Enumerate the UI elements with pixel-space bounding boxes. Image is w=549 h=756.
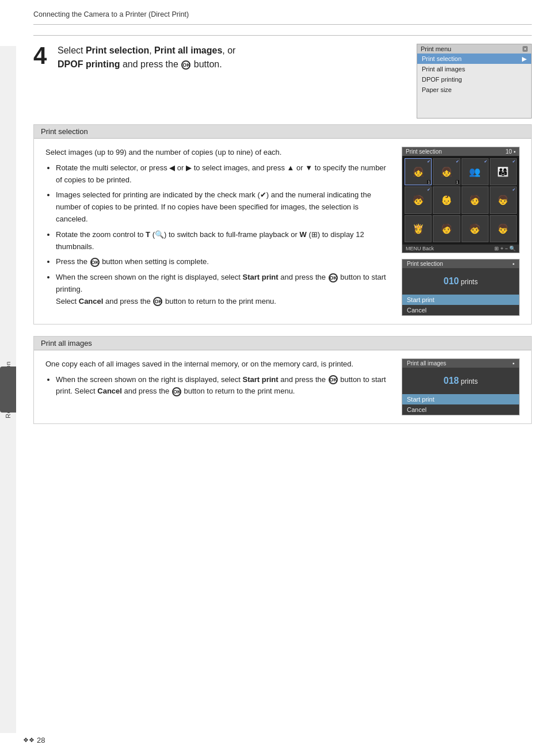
page-footer: ❖❖ 28 (23, 736, 45, 744)
print-selection-title: Print selection (34, 125, 531, 139)
thumb-cell-6: 👶 (433, 186, 460, 213)
step-bold-2: Print all images (154, 45, 222, 55)
breadcrumb: Connecting the Camera to a Printer (Dire… (33, 10, 532, 25)
thumb-bottom-bar: MENU Back ⊞ + − 🔍 (402, 245, 519, 253)
dialog-1-prints: 010 prints (402, 268, 519, 295)
dialog-1-icon: ▪ (512, 261, 514, 267)
dialog-1-cancel[interactable]: Cancel (402, 305, 519, 315)
bullet-5: When the screen shown on the right is di… (56, 272, 390, 307)
dialog-1-count: 010 (444, 276, 459, 286)
dialog-1-start-print[interactable]: Start print (402, 295, 519, 305)
dialog-1-label: prints (459, 278, 478, 286)
ok-btn-complete: OK (90, 258, 100, 267)
thumb-cell-1: 👧 ✔1 (405, 158, 432, 185)
print-selection-screens: Print selection 10 ▪ 👧 ✔1 👧 ✔1 (402, 147, 520, 316)
step-bold-1: Print selection (86, 45, 149, 55)
print-all-title: Print all images (34, 337, 531, 350)
bullet-2: Images selected for printing are indicat… (56, 189, 390, 225)
thumbnail-screen: Print selection 10 ▪ 👧 ✔1 👧 ✔1 (402, 147, 520, 253)
start-print-label-2: Start print (242, 375, 278, 384)
dialog-2-cancel[interactable]: Cancel (402, 404, 519, 415)
thumb-cell-2: 👧 ✔1 (433, 158, 460, 185)
page-icon: ❖❖ (23, 736, 35, 744)
t-label: T (146, 230, 150, 239)
print-selection-dialog: Print selection ▪ 010 prints Start print… (402, 259, 520, 316)
cancel-label-2: Cancel (97, 387, 122, 395)
ok-btn-start: OK (329, 273, 338, 282)
thumb-cell-8: 👦 ✔ (490, 186, 517, 213)
thumb-count: 10 ▪ (506, 148, 516, 155)
print-all-screen: Print all images ▪ 018 prints Start prin… (402, 358, 520, 415)
dialog-2-icon: ▪ (512, 360, 514, 366)
print-all-intro: One copy each of all images saved in the… (45, 358, 390, 371)
bullet-4: Press the OK button when setting is comp… (56, 256, 390, 268)
menu-item-print-selection: Print selection (417, 54, 531, 64)
main-content: Connecting the Camera to a Printer (Dire… (16, 0, 549, 453)
menu-item-paper-size: Paper size (417, 85, 531, 95)
sidebar-tab (0, 366, 16, 413)
dialog-2-count: 018 (444, 376, 459, 385)
print-all-text: One copy each of all images saved in the… (45, 358, 390, 415)
thumb-cell-11: 🧒 (462, 215, 489, 242)
print-menu-title: Print menu (421, 45, 451, 52)
thumb-cell-9: 👸 (405, 215, 432, 242)
thumb-controls: ⊞ + − 🔍 (494, 246, 516, 251)
print-selection-content: Select images (up to 99) and the number … (34, 139, 531, 324)
top-divider (33, 35, 532, 36)
thumb-cell-10: 🧑 (433, 215, 460, 242)
bullet-1: Rotate the multi selector, or press ◀ or… (56, 162, 390, 186)
start-print-label-1: Start print (242, 273, 278, 281)
thumb-cell-3: 👥 ✔ (462, 158, 489, 185)
menu-item-dpof: DPOF printing (417, 74, 531, 85)
print-all-bullets: When the screen shown on the right is di… (56, 374, 390, 398)
thumb-title: Print selection (406, 148, 442, 155)
print-all-bullet-1: When the screen shown on the right is di… (56, 374, 390, 398)
thumb-cell-12: 👦 (490, 215, 517, 242)
dialog-2-title: Print all images (407, 360, 446, 366)
cancel-label-1: Cancel (79, 297, 104, 306)
ok-btn-cancel: OK (153, 297, 162, 306)
thumb-back-btn: MENU Back (406, 246, 434, 251)
step-bold-3: DPOF printing (58, 59, 120, 69)
ok-button-icon: OK (181, 60, 190, 70)
menu-item-print-all: Print all images (417, 64, 531, 74)
print-menu-title-bar: Print menu ▪ (417, 44, 531, 54)
thumb-cell-7: 🧑 (462, 186, 489, 213)
print-all-content: One copy each of all images saved in the… (34, 350, 531, 423)
page-number: 28 (37, 736, 45, 744)
print-selection-intro: Select images (up to 99) and the number … (45, 147, 390, 159)
print-menu-screen: Print menu ▪ Print selection Print all i… (417, 44, 532, 119)
print-selection-bullets: Rotate the multi selector, or press ◀ or… (56, 162, 390, 308)
step-text: Select Print selection, Print all images… (58, 44, 235, 71)
thumb-grid: 👧 ✔1 👧 ✔1 👥 ✔ 👨‍👩‍👧 (402, 156, 519, 245)
thumb-title-bar: Print selection 10 ▪ (402, 147, 519, 156)
print-selection-section: Print selection Select images (up to 99)… (33, 124, 532, 324)
w-label: W (300, 230, 307, 239)
bullet-3: Rotate the zoom control to T (🔍) to swit… (56, 229, 390, 253)
thumb-cell-4: 👨‍👩‍👧 ✔ (490, 158, 517, 185)
dialog-1-title: Print selection (407, 261, 443, 267)
step-header-row: 4 Select Print selection, Print all imag… (33, 44, 532, 119)
ok-btn-all-cancel: OK (172, 387, 181, 396)
thumb-cell-5: 🧒 ✔ (405, 186, 432, 213)
print-selection-text: Select images (up to 99) and the number … (45, 147, 390, 316)
dialog-2-title-bar: Print all images ▪ (402, 359, 519, 368)
dialog-2-prints: 018 prints (402, 368, 519, 394)
dialog-2-start-print[interactable]: Start print (402, 394, 519, 404)
step-header: 4 Select Print selection, Print all imag… (33, 44, 235, 71)
sidebar: Reference Section (0, 46, 16, 733)
dialog-2-label: prints (459, 377, 478, 385)
print-all-section: Print all images One copy each of all im… (33, 336, 532, 424)
print-menu-icon: ▪ (523, 46, 528, 52)
print-all-dialog: Print all images ▪ 018 prints Start prin… (402, 358, 520, 415)
step-number: 4 (33, 44, 51, 68)
ok-btn-all-start: OK (329, 375, 338, 384)
dialog-1-title-bar: Print selection ▪ (402, 259, 519, 268)
